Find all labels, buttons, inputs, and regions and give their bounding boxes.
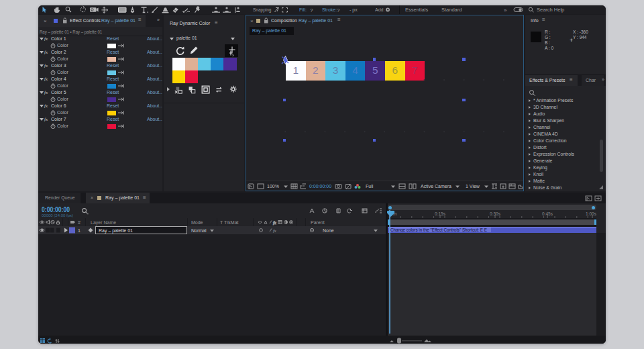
svg-text:Add:: Add: <box>375 7 384 12</box>
svg-text:Full: Full <box>366 184 374 189</box>
svg-text:1 View: 1 View <box>466 184 480 189</box>
svg-text:1: 1 <box>78 228 80 233</box>
svg-text:Parent: Parent <box>311 220 325 225</box>
svg-text:100%: 100% <box>267 184 279 189</box>
svg-text:#: # <box>78 220 80 225</box>
svg-text:0:00:00:00: 0:00:00:00 <box>309 184 331 189</box>
svg-text:fx: fx <box>273 220 276 225</box>
svg-text:- px: - px <box>350 7 358 13</box>
svg-text:Search Help: Search Help <box>537 7 564 13</box>
svg-text:Normal: Normal <box>191 228 207 233</box>
svg-text:Standard: Standard <box>441 7 462 13</box>
svg-text:Mode: Mode <box>191 220 203 225</box>
svg-text:1:00s: 1:00s <box>586 211 596 216</box>
svg-text:Essentials: Essentials <box>405 7 428 13</box>
svg-text:Ray – palette 01: Ray – palette 01 <box>99 228 133 234</box>
svg-text:Fill:: Fill: <box>299 7 307 12</box>
svg-text:Stroke:: Stroke: <box>322 7 337 12</box>
svg-text:?: ? <box>337 7 340 13</box>
svg-text:Active Camera: Active Camera <box>421 184 451 189</box>
svg-text:T TrkMat: T TrkMat <box>220 220 239 225</box>
svg-text:Layer Name: Layer Name <box>91 220 116 226</box>
svg-text:»: » <box>504 7 507 13</box>
svg-text:Snapping: Snapping <box>253 7 272 13</box>
svg-text:fx: fx <box>273 228 276 233</box>
svg-text:None: None <box>323 228 334 233</box>
svg-text:?: ? <box>310 7 313 13</box>
